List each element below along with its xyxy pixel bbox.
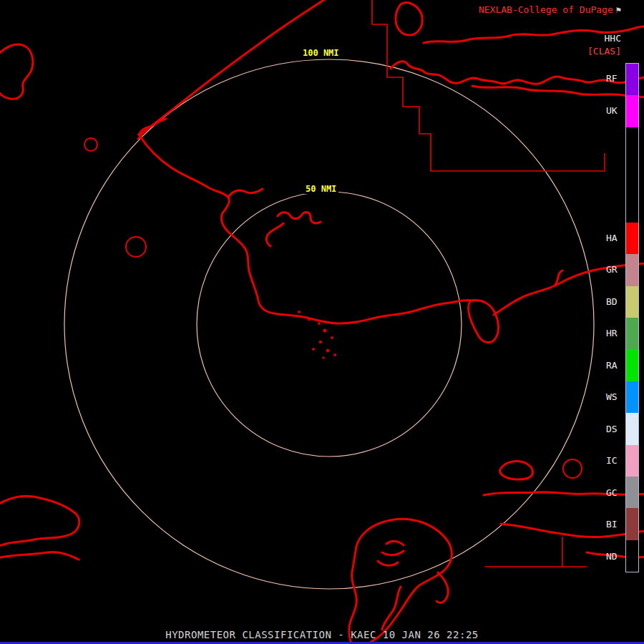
product-mode-label: [CLAS] (587, 46, 621, 57)
colorbar-segment-GR (626, 254, 638, 286)
coastlines (0, 0, 644, 644)
colorbar-segment-HR (626, 318, 638, 349)
cod-logo-icon: ⚑ (616, 5, 621, 15)
range-ring-label-100nmi: 100 NMI (301, 48, 341, 58)
colorbar (625, 63, 639, 572)
brand-label: NEXLAB-College of DuPage (479, 4, 613, 15)
colorbar-segment-blank-4 (626, 191, 638, 223)
colorbar-segment-GC (626, 477, 638, 508)
radar-map (0, 0, 644, 644)
radar-display: NEXLAB-College of DuPage⚑ HHC [CLAS] RFU… (0, 0, 644, 644)
colorbar-segment-RF (626, 64, 638, 95)
range-ring-label-50nmi: 50 NMI (303, 184, 338, 194)
brand-text: NEXLAB-College of DuPage⚑ (479, 4, 621, 15)
colorbar-segment-ND (626, 540, 638, 572)
colorbar-segment-blank-3 (626, 159, 638, 190)
colorbar-segment-blank-2 (626, 127, 638, 159)
colorbar-segment-UK (626, 95, 638, 127)
product-code-label: HHC (605, 33, 621, 44)
colorbar-segment-BD (626, 286, 638, 318)
colorbar-segment-RA (626, 349, 638, 381)
colorbar-segment-HA (626, 223, 638, 254)
colorbar-segment-WS (626, 381, 638, 413)
zone-boundaries (372, 0, 605, 567)
range-ring-100nmi (64, 59, 594, 589)
colorbar-segment-IC (626, 445, 638, 477)
colorbar-segment-BI (626, 508, 638, 540)
product-title: HYDROMETEOR CLASSIFICATION - KAEC 10 JAN… (0, 629, 644, 640)
colorbar-segment-DS (626, 413, 638, 444)
range-ring-50nmi (197, 192, 462, 457)
